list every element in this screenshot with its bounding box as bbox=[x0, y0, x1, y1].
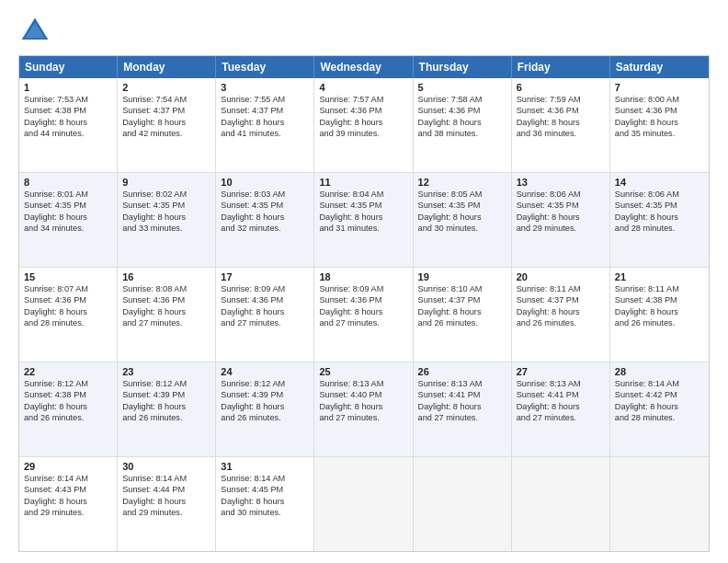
day-header-saturday: Saturday bbox=[610, 56, 709, 78]
day-info-line: Sunset: 4:36 PM bbox=[615, 105, 704, 116]
day-info-line: and 27 minutes. bbox=[418, 412, 506, 423]
empty-cell bbox=[512, 457, 610, 551]
day-number: 28 bbox=[615, 366, 704, 377]
day-number: 30 bbox=[122, 461, 210, 472]
day-number: 25 bbox=[319, 366, 407, 377]
day-info-line: and 29 minutes. bbox=[517, 223, 605, 234]
day-info-line: Sunrise: 8:09 AM bbox=[319, 283, 407, 294]
day-info-line: Daylight: 8 hours bbox=[221, 306, 309, 317]
day-number: 18 bbox=[319, 271, 407, 282]
day-info-line: Sunset: 4:35 PM bbox=[122, 200, 210, 211]
day-info-line: Sunset: 4:36 PM bbox=[24, 294, 112, 305]
day-number: 17 bbox=[221, 271, 309, 282]
day-cell-7: 7Sunrise: 8:00 AMSunset: 4:36 PMDaylight… bbox=[610, 78, 709, 172]
calendar-row-5: 29Sunrise: 8:14 AMSunset: 4:43 PMDayligh… bbox=[19, 457, 709, 551]
day-info-line: Sunset: 4:39 PM bbox=[122, 389, 210, 400]
day-info-line: Sunset: 4:37 PM bbox=[418, 294, 506, 305]
day-info-line: Daylight: 8 hours bbox=[418, 212, 506, 223]
day-info-line: Sunrise: 8:01 AM bbox=[24, 189, 112, 200]
day-info-line: Sunrise: 8:11 AM bbox=[615, 283, 704, 294]
day-info-line: and 28 minutes. bbox=[615, 223, 704, 234]
day-info-line: Daylight: 8 hours bbox=[24, 496, 112, 507]
day-info-line: Sunset: 4:35 PM bbox=[24, 200, 112, 211]
day-number: 27 bbox=[517, 366, 605, 377]
day-header-wednesday: Wednesday bbox=[314, 56, 413, 78]
day-info-line: Sunset: 4:35 PM bbox=[615, 200, 704, 211]
day-info-line: Daylight: 8 hours bbox=[122, 401, 210, 412]
day-info-line: Sunset: 4:36 PM bbox=[221, 294, 309, 305]
day-info-line: and 41 minutes. bbox=[221, 128, 309, 139]
day-info-line: and 27 minutes. bbox=[319, 317, 407, 328]
day-number: 8 bbox=[24, 177, 112, 188]
day-info-line: Sunset: 4:38 PM bbox=[24, 389, 112, 400]
calendar-body: 1Sunrise: 7:53 AMSunset: 4:38 PMDaylight… bbox=[19, 78, 709, 551]
day-number: 4 bbox=[319, 82, 407, 93]
logo-icon bbox=[18, 15, 51, 48]
day-cell-13: 13Sunrise: 8:06 AMSunset: 4:35 PMDayligh… bbox=[512, 173, 610, 267]
day-info-line: Sunrise: 8:08 AM bbox=[122, 283, 210, 294]
day-info-line: Sunrise: 8:13 AM bbox=[418, 378, 506, 389]
day-info-line: Sunrise: 7:53 AM bbox=[24, 94, 112, 105]
day-info-line: Sunrise: 8:14 AM bbox=[24, 473, 112, 484]
day-info-line: Sunrise: 8:14 AM bbox=[615, 378, 704, 389]
day-info-line: Daylight: 8 hours bbox=[221, 117, 309, 128]
day-info-line: Sunrise: 8:12 AM bbox=[122, 378, 210, 389]
day-info-line: and 35 minutes. bbox=[615, 128, 704, 139]
calendar-row-3: 15Sunrise: 8:07 AMSunset: 4:36 PMDayligh… bbox=[19, 268, 709, 362]
header bbox=[18, 15, 710, 48]
day-info-line: and 38 minutes. bbox=[418, 128, 506, 139]
day-info-line: Sunset: 4:42 PM bbox=[615, 389, 704, 400]
day-number: 23 bbox=[122, 366, 210, 377]
day-info-line: Sunset: 4:36 PM bbox=[319, 105, 407, 116]
day-info-line: Sunrise: 8:05 AM bbox=[418, 189, 506, 200]
day-cell-1: 1Sunrise: 7:53 AMSunset: 4:38 PMDaylight… bbox=[19, 78, 118, 172]
day-info-line: and 34 minutes. bbox=[24, 223, 112, 234]
day-cell-19: 19Sunrise: 8:10 AMSunset: 4:37 PMDayligh… bbox=[414, 268, 512, 362]
day-number: 22 bbox=[24, 366, 112, 377]
day-info-line: Sunrise: 8:11 AM bbox=[517, 283, 605, 294]
day-info-line: and 31 minutes. bbox=[319, 223, 407, 234]
day-info-line: Sunset: 4:43 PM bbox=[24, 484, 112, 495]
day-cell-25: 25Sunrise: 8:13 AMSunset: 4:40 PMDayligh… bbox=[314, 362, 413, 456]
day-cell-14: 14Sunrise: 8:06 AMSunset: 4:35 PMDayligh… bbox=[610, 173, 709, 267]
day-info-line: Sunrise: 7:57 AM bbox=[319, 94, 407, 105]
day-number: 16 bbox=[122, 271, 210, 282]
day-info-line: Daylight: 8 hours bbox=[122, 306, 210, 317]
day-number: 24 bbox=[221, 366, 309, 377]
day-info-line: Sunrise: 8:02 AM bbox=[122, 189, 210, 200]
day-info-line: Sunset: 4:41 PM bbox=[517, 389, 605, 400]
day-info-line: and 33 minutes. bbox=[122, 223, 210, 234]
day-info-line: and 44 minutes. bbox=[24, 128, 112, 139]
empty-cell bbox=[414, 457, 512, 551]
day-number: 14 bbox=[615, 177, 704, 188]
day-info-line: Daylight: 8 hours bbox=[418, 401, 506, 412]
day-cell-12: 12Sunrise: 8:05 AMSunset: 4:35 PMDayligh… bbox=[414, 173, 512, 267]
day-info-line: Daylight: 8 hours bbox=[221, 401, 309, 412]
day-cell-15: 15Sunrise: 8:07 AMSunset: 4:36 PMDayligh… bbox=[19, 268, 118, 362]
day-info-line: Daylight: 8 hours bbox=[221, 212, 309, 223]
day-info-line: Daylight: 8 hours bbox=[122, 496, 210, 507]
day-info-line: Sunrise: 7:55 AM bbox=[221, 94, 309, 105]
day-header-thursday: Thursday bbox=[414, 56, 512, 78]
day-number: 11 bbox=[319, 177, 407, 188]
day-info-line: Sunset: 4:36 PM bbox=[418, 105, 506, 116]
day-info-line: and 30 minutes. bbox=[418, 223, 506, 234]
day-info-line: and 30 minutes. bbox=[221, 507, 309, 518]
day-number: 15 bbox=[24, 271, 112, 282]
day-info-line: Sunrise: 8:07 AM bbox=[24, 283, 112, 294]
day-info-line: and 29 minutes. bbox=[122, 507, 210, 518]
day-info-line: Sunrise: 8:09 AM bbox=[221, 283, 309, 294]
day-info-line: Sunset: 4:35 PM bbox=[517, 200, 605, 211]
day-info-line: Sunset: 4:36 PM bbox=[319, 294, 407, 305]
day-number: 10 bbox=[221, 177, 309, 188]
day-info-line: Daylight: 8 hours bbox=[517, 212, 605, 223]
day-info-line: Daylight: 8 hours bbox=[319, 117, 407, 128]
day-info-line: Sunset: 4:35 PM bbox=[319, 200, 407, 211]
day-cell-18: 18Sunrise: 8:09 AMSunset: 4:36 PMDayligh… bbox=[314, 268, 413, 362]
day-info-line: Daylight: 8 hours bbox=[418, 306, 506, 317]
day-info-line: and 26 minutes. bbox=[24, 412, 112, 423]
day-cell-31: 31Sunrise: 8:14 AMSunset: 4:45 PMDayligh… bbox=[216, 457, 314, 551]
day-info-line: Daylight: 8 hours bbox=[615, 212, 704, 223]
day-info-line: Sunrise: 8:04 AM bbox=[319, 189, 407, 200]
day-info-line: Daylight: 8 hours bbox=[517, 117, 605, 128]
